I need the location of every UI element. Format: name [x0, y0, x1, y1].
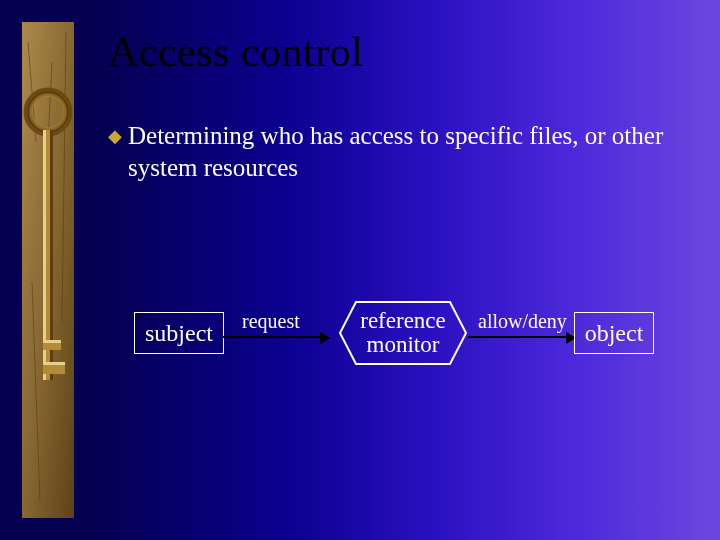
- svg-marker-11: [340, 302, 466, 364]
- request-label: request: [242, 310, 300, 333]
- reference-monitor-hexagon: reference monitor: [338, 300, 468, 366]
- bullet-text: Determining who has access to specific f…: [128, 120, 680, 184]
- allow-deny-label: allow/deny: [478, 310, 567, 333]
- subject-label: subject: [145, 320, 213, 347]
- slide-title: Access control: [108, 28, 363, 76]
- access-control-diagram: subject request reference monitor allow/…: [120, 294, 660, 384]
- object-label: object: [585, 320, 644, 347]
- svg-rect-10: [43, 340, 61, 343]
- diamond-bullet-icon: ◆: [108, 120, 122, 152]
- subject-box: subject: [134, 312, 224, 354]
- svg-rect-8: [43, 362, 65, 365]
- hexagon-icon: [338, 300, 468, 366]
- arrow-decision: [468, 336, 574, 338]
- object-box: object: [574, 312, 654, 354]
- bullet-item: ◆ Determining who has access to specific…: [108, 120, 680, 184]
- sidebar-key-image: [22, 22, 74, 518]
- slide: Access control ◆ Determining who has acc…: [0, 0, 720, 540]
- arrow-request: [223, 336, 328, 338]
